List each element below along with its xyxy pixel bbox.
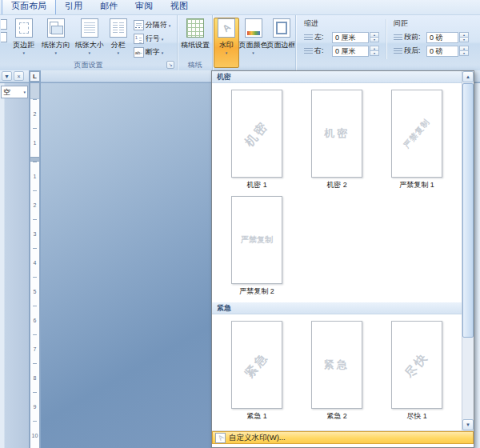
group-grid-paper: 稿纸设置 稿纸 [178, 15, 213, 70]
page-borders-icon [273, 18, 290, 38]
watermark-thumbnail: 严禁复制 [231, 196, 282, 284]
chevron-down-icon: ▾ [252, 51, 254, 55]
spacing-after-spin-down[interactable]: ▾ [459, 50, 469, 56]
page-borders-button[interactable]: 页面边框 [267, 18, 295, 61]
watermark-thumbnail: 机密 [231, 90, 282, 178]
custom-watermark-icon [215, 433, 226, 443]
watermark-preview-text: 紧急 [242, 349, 272, 381]
tab-page-layout[interactable]: 页面布局 [2, 0, 56, 14]
tab-references[interactable]: 引用 [56, 0, 91, 14]
ruler-margin-zone [30, 83, 39, 99]
indent-right-field[interactable]: 0 厘米 [332, 46, 369, 57]
watermark-thumbnail: 机密 [311, 90, 362, 178]
custom-watermark-menu-item[interactable]: 自定义水印(W)... [212, 431, 474, 444]
scroll-up-button[interactable]: ▲ [462, 71, 474, 82]
tab-stop-selector[interactable]: L [30, 71, 40, 82]
pane-header: ▼ × [0, 70, 29, 82]
custom-watermark-label: 自定义水印(W)... [229, 433, 286, 443]
hyphenation-button[interactable]: 断字 ▾ [132, 46, 177, 59]
pane-close-button[interactable]: × [14, 71, 24, 81]
paper-size-button[interactable]: 纸张大小 ▾ [73, 18, 106, 61]
chevron-down-icon: ▾ [22, 51, 25, 55]
group-page-background: 水印 ▾ 页面颜色 ▾ 页面边框 [213, 15, 296, 70]
watermark-option-jinji-2[interactable]: 紧急 紧急 2 [297, 318, 377, 424]
hyphenation-icon [134, 47, 144, 58]
watermark-thumbnail: 严禁复制 [391, 90, 442, 178]
ruler-mark: 2 [30, 99, 39, 128]
chevron-down-icon: ▾ [88, 51, 90, 55]
tab-view[interactable]: 视图 [162, 0, 197, 14]
indent-right-icon [304, 46, 313, 55]
spacing-before-field[interactable]: 0 磅 [426, 32, 458, 43]
chevron-down-icon: ▾ [169, 24, 171, 28]
watermark-preview-text: 紧急 [324, 358, 350, 372]
page-color-button[interactable]: 页面颜色 ▾ [239, 18, 267, 61]
side-pane: 空 ▾ [0, 83, 29, 448]
scroll-down-button[interactable]: ▼ [462, 419, 474, 430]
indent-left-spin-down[interactable]: ▾ [370, 37, 379, 42]
indent-left-field[interactable]: 0 厘米 [332, 32, 369, 43]
watermark-option-jimi-2[interactable]: 机密 机密 2 [297, 86, 377, 193]
ruler-mark: 10 [30, 421, 39, 448]
watermark-caption: 严禁复制 1 [399, 180, 434, 190]
columns-icon [110, 18, 127, 38]
watermark-thumbnail: 紧急 [311, 321, 362, 409]
ribbon: 页边距 ▾ 纸张方向 ▾ 纸张大小 ▾ 分栏 ▾ [0, 14, 480, 70]
watermark-option-asap-1[interactable]: 尽快 尽快 1 [377, 318, 457, 424]
watermark-option-do-not-copy-2[interactable]: 严禁复制 严禁复制 2 [217, 193, 297, 299]
document-scrollbar[interactable] [474, 83, 480, 448]
orientation-button[interactable]: 纸张方向 ▾ [39, 18, 73, 61]
indent-left-icon [304, 33, 313, 42]
spacing-label: 间距 [394, 18, 469, 29]
ruler-mark: 3 [30, 219, 39, 248]
ruler-mark: 9 [30, 392, 39, 421]
watermark-preview-text: 严禁复制 [241, 234, 273, 246]
indent-right-spin-down[interactable]: ▾ [370, 50, 379, 56]
watermark-option-do-not-copy-1[interactable]: 严禁复制 严禁复制 1 [377, 86, 457, 193]
watermark-preview-text: 机密 [242, 118, 272, 150]
tab-mailings[interactable]: 邮件 [91, 0, 126, 14]
spacing-before-spin-down[interactable]: ▾ [459, 37, 469, 42]
clipped-ribbon-button[interactable] [1, 18, 8, 42]
line-numbers-icon [134, 34, 144, 44]
breaks-button[interactable]: 分隔符 ▾ [132, 18, 177, 32]
columns-button[interactable]: 分栏 ▾ [106, 18, 130, 61]
watermark-caption: 机密 1 [246, 180, 267, 190]
paper-size-icon [81, 18, 98, 38]
pane-dropdown-button[interactable]: ▼ [2, 71, 12, 81]
watermark-option-jimi-1[interactable]: 机密 机密 1 [217, 86, 297, 193]
chevron-down-icon: ▾ [117, 51, 119, 55]
watermark-gallery-dropdown: 机密 机密 机密 1 机密 机密 2 [211, 70, 474, 448]
chevron-down-icon: ▾ [162, 38, 164, 42]
gallery-section-header: 机密 [212, 71, 462, 83]
margins-icon [15, 18, 33, 38]
clipped-icon [1, 32, 7, 42]
spacing-after-field[interactable]: 0 磅 [426, 46, 458, 57]
tab-review[interactable]: 审阅 [126, 0, 162, 14]
style-box[interactable]: 空 ▾ [1, 86, 28, 98]
watermark-option-jinji-1[interactable]: 紧急 紧急 1 [217, 318, 297, 424]
watermark-caption: 严禁复制 2 [239, 286, 274, 297]
line-numbers-button[interactable]: 行号 ▾ [132, 32, 177, 46]
spacing-before-caption: 段前: [404, 32, 426, 42]
ruler-mark: 8 [30, 363, 39, 392]
watermark-button[interactable]: 水印 ▾ [214, 18, 239, 68]
ruler-mark: 1 [30, 162, 39, 190]
indent-right-caption: 右: [314, 46, 332, 56]
chevron-down-icon: ▾ [23, 90, 26, 94]
style-box-value: 空 [3, 87, 10, 98]
ruler-mark: 7 [30, 334, 39, 363]
grid-settings-icon [186, 18, 204, 38]
page-setup-dialog-launcher[interactable]: ↘ [166, 61, 174, 69]
watermark-caption: 紧急 1 [246, 411, 267, 422]
indent-left-caption: 左: [314, 32, 332, 42]
vertical-ruler: 2 1 1 2 3 4 5 6 7 8 9 10 [30, 83, 40, 448]
watermark-caption: 机密 2 [326, 180, 347, 190]
margins-button[interactable]: 页边距 ▾ [9, 18, 39, 61]
gallery-scrollbar[interactable]: ▲ ▼ [462, 71, 474, 430]
scrollbar-thumb[interactable] [462, 83, 474, 338]
grid-settings-button[interactable]: 稿纸设置 [178, 18, 212, 61]
watermark-icon [218, 18, 235, 38]
group-label-page-setup: 页面设置 [74, 60, 103, 70]
breaks-icon [134, 20, 144, 30]
